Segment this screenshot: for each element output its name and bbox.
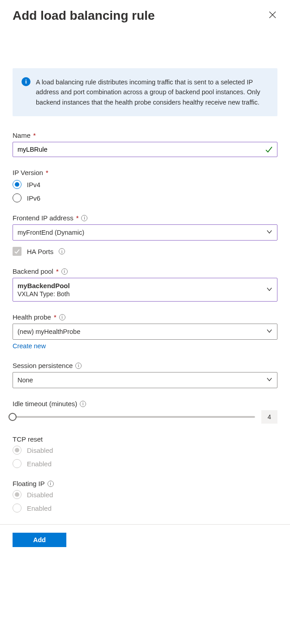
ip-version-group: IPv4 IPv6 xyxy=(13,180,277,202)
name-input[interactable] xyxy=(13,142,277,157)
help-icon[interactable] xyxy=(80,401,86,407)
tcp-reset-label: TCP reset xyxy=(13,435,277,443)
checkmark-icon xyxy=(265,145,273,153)
help-icon[interactable] xyxy=(61,268,68,275)
radio-icon xyxy=(13,504,22,513)
help-icon[interactable] xyxy=(75,363,82,369)
chevron-down-icon xyxy=(266,286,273,294)
session-persistence-dropdown[interactable]: None xyxy=(13,372,277,388)
checkbox-icon xyxy=(13,247,22,256)
health-probe-label: Health probe* xyxy=(13,313,277,321)
close-icon[interactable] xyxy=(268,10,277,20)
ha-ports-checkbox[interactable]: HA Ports xyxy=(13,247,277,256)
ip-version-ipv4[interactable]: IPv4 xyxy=(13,180,277,189)
radio-icon xyxy=(13,446,22,455)
frontend-ip-dropdown[interactable]: myFrontEnd (Dynamic) xyxy=(13,224,277,241)
idle-timeout-slider[interactable] xyxy=(13,416,255,418)
backend-pool-label: Backend pool* xyxy=(13,267,277,275)
help-icon[interactable] xyxy=(59,248,65,254)
floating-ip-label: Floating IP xyxy=(13,480,277,487)
help-icon[interactable] xyxy=(59,314,65,320)
backend-pool-dropdown[interactable]: myBackendPool VXLAN Type: Both xyxy=(13,278,277,302)
chevron-down-icon xyxy=(266,377,273,384)
health-probe-dropdown[interactable]: (new) myHealthProbe xyxy=(13,324,277,340)
floating-ip-disabled: Disabled xyxy=(13,490,277,499)
floating-ip-enabled: Enabled xyxy=(13,504,277,513)
page-title: Add load balancing rule xyxy=(13,8,155,23)
chevron-down-icon xyxy=(266,229,273,237)
tcp-reset-disabled: Disabled xyxy=(13,446,277,455)
radio-icon xyxy=(13,193,22,202)
info-text: A load balancing rule distributes incomi… xyxy=(36,77,268,107)
ip-version-ipv6[interactable]: IPv6 xyxy=(13,193,277,202)
idle-timeout-value[interactable]: 4 xyxy=(261,410,277,424)
ip-version-label: IP Version* xyxy=(13,169,277,176)
info-icon xyxy=(22,77,30,86)
info-banner: A load balancing rule distributes incomi… xyxy=(13,68,277,116)
help-icon[interactable] xyxy=(48,481,54,487)
idle-timeout-label: Idle timeout (minutes) xyxy=(13,400,277,407)
create-new-link[interactable]: Create new xyxy=(13,342,46,350)
tcp-reset-enabled: Enabled xyxy=(13,459,277,468)
help-icon[interactable] xyxy=(81,215,87,221)
add-button[interactable]: Add xyxy=(13,533,66,547)
radio-icon xyxy=(13,490,22,499)
radio-icon xyxy=(13,459,22,468)
frontend-ip-label: Frontend IP address* xyxy=(13,214,277,222)
chevron-down-icon xyxy=(266,328,273,336)
name-label: Name* xyxy=(13,131,277,139)
slider-thumb[interactable] xyxy=(9,413,17,421)
session-persistence-label: Session persistence xyxy=(13,362,277,369)
panel-header: Add load balancing rule xyxy=(13,8,277,23)
radio-icon xyxy=(13,180,22,189)
